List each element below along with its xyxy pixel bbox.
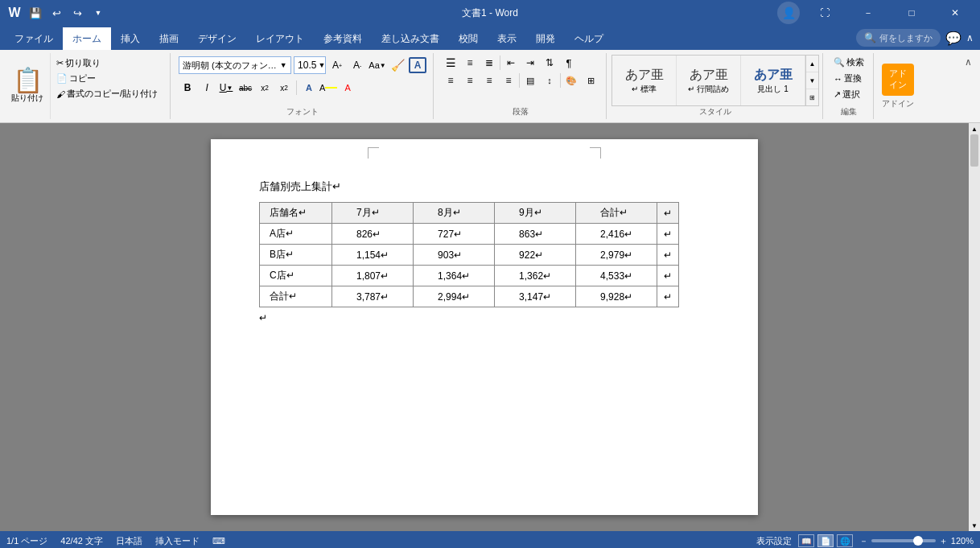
font-name-selector[interactable]: 游明朝 (本文のフォン… ▼ <box>179 56 291 74</box>
styles-scroll-up[interactable]: ▲ <box>806 56 818 72</box>
align-center-button[interactable]: ≡ <box>461 72 479 89</box>
scroll-down-button[interactable]: ▼ <box>969 520 980 531</box>
line-spacing-button[interactable]: ↕ <box>541 72 558 89</box>
text-effect-button[interactable]: A <box>300 80 318 96</box>
show-marks-button[interactable]: ¶ <box>560 55 578 71</box>
collapse-ribbon-button[interactable]: ∧ <box>966 32 974 43</box>
td-a-name: A店↵ <box>260 224 332 245</box>
tab-file[interactable]: ファイル <box>5 27 63 50</box>
page-container: 店舗別売上集計↵ 店舗名↵ 7月↵ 8月↵ 9月↵ 合計↵ ↵ A店↵ 826↵… <box>0 123 980 531</box>
clipboard-group: 📋 貼り付け ✂ 切り取り 📄 コピー 🖌 書式のコピー/貼り付け <box>5 53 171 119</box>
numbering-button[interactable]: ≡ <box>461 55 479 71</box>
save-button[interactable]: 💾 <box>27 5 43 21</box>
tab-references[interactable]: 参考資料 <box>314 27 372 50</box>
td-a-aug: 727↵ <box>414 224 495 245</box>
select-button[interactable]: ↗ 選択 <box>831 87 867 102</box>
format-painter-button[interactable]: 🖌 書式のコピー/貼り付け <box>54 87 160 101</box>
view-web-button[interactable]: 🌐 <box>837 534 853 547</box>
justify-button[interactable]: ≡ <box>500 72 517 89</box>
tab-mailings[interactable]: 差し込み文書 <box>372 27 449 50</box>
tab-layout[interactable]: レイアウト <box>246 27 314 50</box>
change-case-button[interactable]: Aa▼ <box>369 57 386 73</box>
strikethrough-button[interactable]: abc <box>237 80 254 96</box>
decrease-indent-button[interactable]: ⇤ <box>502 55 520 71</box>
align-right-button[interactable]: ≡ <box>480 72 498 89</box>
tab-draw[interactable]: 描画 <box>150 27 188 50</box>
superscript-button[interactable]: x2 <box>275 80 293 96</box>
styles-scroll-down[interactable]: ▼ <box>806 72 818 89</box>
td-a-total: 2,416↵ <box>576 224 657 245</box>
display-settings[interactable]: 表示設定 <box>756 535 792 547</box>
scroll-thumb[interactable] <box>970 134 978 167</box>
zoom-in-button[interactable]: ＋ <box>939 535 948 547</box>
clear-format-button[interactable]: 🧹 <box>389 57 406 73</box>
customize-button[interactable]: ▼ <box>90 5 106 21</box>
addin-label: アドイン <box>889 68 907 89</box>
cut-button[interactable]: ✂ 切り取り <box>54 56 160 70</box>
bullets-button[interactable]: ☰ <box>442 55 459 71</box>
styles-group: あア亜 ↵ 標準 あア亜 ↵ 行間詰め あア亜 見出し 1 ▲ ▼ ⊞ スタイル <box>608 53 823 119</box>
addin-button[interactable]: アドイン <box>882 64 914 96</box>
collapse-ribbon-button[interactable]: ∧ <box>965 56 972 68</box>
title-bar: W 💾 ↩ ↪ ▼ 文書1 - Word 👤 ⛶ － □ ✕ <box>0 0 980 26</box>
increase-indent-button[interactable]: ⇥ <box>521 55 539 71</box>
styles-expand[interactable]: ⊞ <box>806 89 818 105</box>
tab-design[interactable]: デザイン <box>188 27 246 50</box>
zoom-controls: － ＋ 120% <box>859 535 974 547</box>
zoom-out-button[interactable]: － <box>859 535 868 547</box>
align-left-button[interactable]: ≡ <box>442 72 459 89</box>
maximize-button[interactable]: □ <box>893 0 930 26</box>
status-bar: 1/1 ページ 42/42 文字 日本語 挿入モード ⌨ 表示設定 📖 📄 🌐 … <box>0 531 980 548</box>
tab-developer[interactable]: 開発 <box>526 27 565 50</box>
view-print-button[interactable]: 📄 <box>817 534 834 547</box>
scroll-up-button[interactable]: ▲ <box>969 123 980 134</box>
multilevel-list-button[interactable]: ≣ <box>480 55 498 71</box>
style-heading1[interactable]: あア亜 見出し 1 <box>741 56 805 105</box>
zoom-slider[interactable] <box>871 539 936 542</box>
borders-button[interactable]: ⊞ <box>582 72 599 89</box>
clipboard-small-buttons: ✂ 切り取り 📄 コピー 🖌 書式のコピー/貼り付け <box>51 53 163 119</box>
vertical-scrollbar[interactable]: ▲ ▼ <box>969 123 980 531</box>
zoom-thumb[interactable] <box>913 536 923 546</box>
style-compact[interactable]: あア亜 ↵ 行間詰め <box>677 56 741 105</box>
tab-view[interactable]: 表示 <box>488 27 526 50</box>
undo-button[interactable]: ↩ <box>48 5 64 21</box>
increase-font-button[interactable]: A+ <box>328 57 346 73</box>
font-color-button[interactable]: A <box>339 80 356 96</box>
search-area[interactable]: 🔍 何をしますか <box>856 29 941 47</box>
underline-button[interactable]: U ▼ <box>217 80 235 96</box>
tab-help[interactable]: ヘルプ <box>565 27 613 50</box>
td-sum-sep: 3,147↵ <box>495 286 576 307</box>
subscript-button[interactable]: x2 <box>256 80 274 96</box>
tab-home[interactable]: ホーム <box>63 27 111 50</box>
view-mode-buttons: 📖 📄 🌐 <box>798 534 853 547</box>
view-read-button[interactable]: 📖 <box>798 534 814 547</box>
redo-button[interactable]: ↪ <box>69 5 85 21</box>
close-button[interactable]: ✕ <box>937 0 974 26</box>
style-standard-preview: あア亜 <box>625 67 664 84</box>
bold-button[interactable]: B <box>179 80 196 96</box>
sep3 <box>560 73 561 88</box>
italic-button[interactable]: I <box>198 80 216 96</box>
replace-button[interactable]: ↔ 置換 <box>831 71 867 86</box>
tab-insert[interactable]: 挿入 <box>111 27 150 50</box>
style-standard[interactable]: あア亜 ↵ 標準 <box>612 56 677 105</box>
minimize-button[interactable]: － <box>850 0 887 26</box>
sort-button[interactable]: ⇅ <box>541 55 558 71</box>
column-break-button[interactable]: ▤ <box>521 72 539 89</box>
td-b-extra: ↵ <box>657 245 679 266</box>
ribbon-display-button[interactable]: ⛶ <box>806 0 843 26</box>
decrease-font-button[interactable]: A- <box>348 57 366 73</box>
copy-button[interactable]: 📄 コピー <box>54 72 160 85</box>
find-button[interactable]: 🔍 検索 <box>831 55 867 70</box>
shading-button[interactable]: 🎨 <box>562 72 580 89</box>
text-highlight-button[interactable]: A <box>319 80 337 96</box>
account-icon[interactable]: 👤 <box>777 2 800 24</box>
comments-icon[interactable]: 💬 <box>945 31 961 46</box>
font-size-selector[interactable]: 10.5 ▼ <box>294 56 326 74</box>
paste-button[interactable]: 📋 貼り付け <box>5 53 51 119</box>
text-highlight-A[interactable]: A <box>409 57 426 73</box>
find-icon: 🔍 <box>834 57 845 68</box>
style-standard-label: ↵ 標準 <box>632 84 657 95</box>
tab-review[interactable]: 校閲 <box>449 27 488 50</box>
